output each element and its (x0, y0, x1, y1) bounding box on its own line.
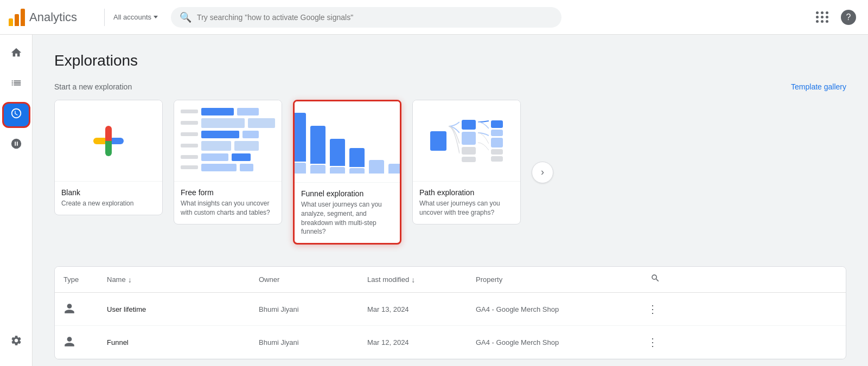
col-header-search[interactable] (628, 273, 660, 286)
free-form-card-desc: What insights can you uncover with custo… (181, 199, 275, 217)
header-divider (104, 9, 105, 26)
all-accounts-dropdown[interactable]: All accounts (113, 13, 158, 21)
col-header-last-modified[interactable]: Last modified ↓ (367, 273, 476, 286)
sidebar-item-advertising[interactable] (3, 132, 29, 158)
blank-card[interactable]: Blank Create a new exploration (54, 100, 163, 215)
row1-property-cell: GA4 - Google Merch Shop (476, 305, 628, 313)
grid-dots-icon (816, 11, 829, 23)
google-plus-icon (93, 126, 124, 156)
help-circle-icon: ? (841, 10, 856, 25)
path-card-content: Path exploration What user journeys can … (413, 182, 520, 224)
search-input[interactable] (197, 13, 553, 22)
modified-sort-icon: ↓ (411, 275, 415, 284)
advertising-icon (10, 138, 22, 153)
row2-owner-cell: Bhumi Jiyani (259, 338, 367, 346)
row1-more-button[interactable]: ⋮ (645, 300, 660, 318)
row2-actions-cell: ⋮ (628, 333, 660, 351)
logo-container: Analytics (9, 9, 95, 26)
analytics-logo-icon (9, 9, 25, 26)
blank-card-desc: Create a new exploration (61, 199, 156, 208)
row1-actions-cell: ⋮ (628, 300, 660, 318)
main-layout: Explorations Start a new exploration Tem… (0, 35, 868, 366)
sidebar-item-reports[interactable] (3, 72, 29, 98)
next-button[interactable]: › (532, 162, 553, 183)
row1-modified-cell: Mar 13, 2024 (367, 305, 476, 313)
table-row[interactable]: Funnel Bhumi Jiyani Mar 12, 2024 GA4 - G… (55, 326, 846, 359)
table-search-icon[interactable] (650, 273, 660, 286)
template-gallery-link[interactable]: Template gallery (791, 82, 846, 91)
path-card-title: Path exploration (419, 188, 514, 197)
blank-card-content: Blank Create a new exploration (55, 182, 162, 215)
free-form-card[interactable]: Free form What insights can you uncover … (174, 100, 282, 224)
sidebar-item-home[interactable] (3, 41, 29, 67)
row2-property-cell: GA4 - Google Merch Shop (476, 338, 628, 346)
funnel-exploration-card[interactable]: Funnel exploration What user journeys ca… (293, 100, 401, 245)
plus-vertical-bar (105, 126, 112, 156)
row2-name-cell: Funnel (107, 338, 259, 346)
all-accounts-label: All accounts (113, 13, 151, 21)
app-title: Analytics (29, 10, 77, 24)
sidebar-bottom (3, 327, 29, 357)
row2-more-button[interactable]: ⋮ (645, 333, 660, 351)
section-header: Start a new exploration Template gallery (54, 82, 846, 91)
table-row[interactable]: User lifetime Bhumi Jiyani Mar 13, 2024 … (55, 293, 846, 326)
person-icon (63, 303, 75, 314)
col-header-type: Type (63, 273, 107, 286)
funnel-card-title: Funnel exploration (301, 189, 393, 198)
row1-type-cell (63, 303, 107, 316)
blank-card-visual (55, 100, 162, 182)
funnel-card-desc: What user journeys can you analyze, segm… (301, 200, 393, 236)
chevron-down-icon (154, 16, 158, 18)
logo-bar-2 (15, 14, 19, 26)
row2-modified-cell: Mar 12, 2024 (367, 338, 476, 346)
blank-card-title: Blank (61, 188, 156, 197)
col-header-owner: Owner (259, 273, 367, 286)
free-form-card-content: Free form What insights can you uncover … (174, 182, 282, 224)
path-visual (413, 100, 520, 182)
path-exploration-card[interactable]: Path exploration What user journeys can … (412, 100, 521, 224)
section-label: Start a new exploration (54, 82, 132, 91)
sidebar (0, 35, 33, 366)
col-header-property: Property (476, 273, 628, 286)
apps-grid-button[interactable] (812, 7, 833, 28)
row2-type-cell (63, 336, 107, 349)
path-card-desc: What user journeys can you uncover with … (419, 199, 514, 217)
help-button[interactable]: ? (838, 7, 859, 28)
free-form-card-title: Free form (181, 188, 275, 197)
search-bar[interactable]: 🔍 (171, 7, 561, 28)
table-header-row: Type Name ↓ Owner Last modified ↓ Proper… (55, 267, 846, 293)
search-icon: 🔍 (180, 11, 192, 23)
home-icon (10, 47, 22, 62)
logo-bar-1 (9, 18, 13, 26)
cards-row: Blank Create a new exploration (54, 100, 846, 245)
main-content: Explorations Start a new exploration Tem… (33, 35, 868, 366)
funnel-visual (295, 101, 400, 183)
explore-icon (10, 107, 22, 123)
col-header-name[interactable]: Name ↓ (107, 273, 259, 286)
app-header: Analytics All accounts 🔍 ? (0, 0, 868, 35)
reports-icon (10, 77, 22, 92)
funnel-card-content: Funnel exploration What user journeys ca… (295, 183, 400, 243)
free-form-visual (174, 100, 282, 182)
name-sort-icon: ↓ (128, 275, 132, 284)
row1-owner-cell: Bhumi Jiyani (259, 305, 367, 313)
page-title: Explorations (54, 52, 846, 69)
sidebar-item-explore[interactable] (2, 102, 30, 128)
sidebar-item-settings[interactable] (3, 329, 29, 355)
logo-bar-3 (21, 9, 25, 26)
header-actions: ? (812, 7, 859, 28)
explorations-table: Type Name ↓ Owner Last modified ↓ Proper… (54, 266, 846, 359)
person-icon (63, 336, 75, 348)
settings-icon (10, 335, 22, 350)
row1-name-cell: User lifetime (107, 305, 259, 313)
